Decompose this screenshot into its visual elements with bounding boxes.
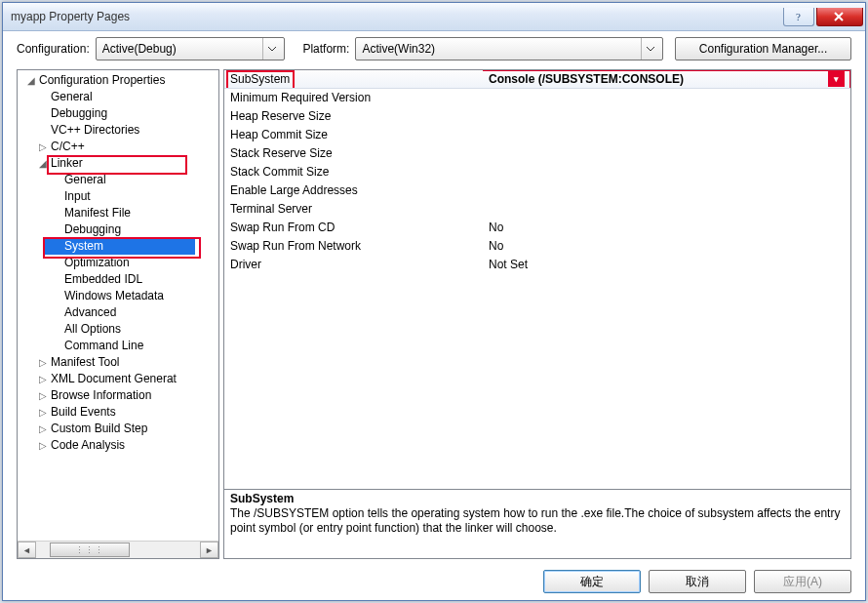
prop-row[interactable]: Minimum Required Version	[224, 89, 850, 107]
scroll-left-button[interactable]: ◄	[18, 542, 36, 558]
tree-item-vcpp-dirs[interactable]: VC++ Directories	[18, 122, 218, 139]
prop-row[interactable]: Swap Run From CDNo	[224, 219, 850, 237]
tree-item-code-analysis[interactable]: ▷Code Analysis	[18, 437, 218, 454]
scroll-right-button[interactable]: ►	[200, 542, 218, 558]
tree-item-custom-build[interactable]: ▷Custom Build Step	[18, 421, 218, 437]
prop-name: Driver	[224, 256, 483, 274]
prop-value[interactable]	[483, 144, 850, 163]
window-title: myapp Property Pages	[11, 10, 783, 23]
svg-text:?: ?	[796, 12, 801, 21]
expand-icon[interactable]: ▷	[37, 371, 49, 387]
expand-icon[interactable]: ▷	[37, 437, 49, 454]
prop-value[interactable]: No	[483, 237, 850, 256]
prop-name: Stack Reserve Size	[224, 144, 483, 163]
prop-row[interactable]: Stack Commit Size	[224, 163, 850, 181]
prop-name: Terminal Server	[224, 200, 483, 219]
expand-icon[interactable]: ▷	[37, 354, 49, 371]
apply-button[interactable]: 应用(A)	[754, 570, 851, 593]
configuration-manager-label: Configuration Manager...	[699, 42, 827, 56]
tree-item-xml-doc[interactable]: ▷XML Document Generat	[18, 371, 218, 387]
config-tree[interactable]: ◢ Configuration Properties General Debug…	[18, 70, 218, 456]
config-tree-pane: ◢ Configuration Properties General Debug…	[17, 69, 219, 559]
prop-value[interactable]: Not Set	[483, 256, 850, 274]
prop-row[interactable]: Enable Large Addresses	[224, 181, 850, 200]
expand-icon[interactable]: ▷	[37, 404, 49, 421]
platform-label: Platform:	[302, 42, 349, 56]
collapse-icon[interactable]: ◢	[37, 155, 49, 172]
prop-name: Heap Commit Size	[224, 126, 483, 144]
property-pages-window: myapp Property Pages ? Configuration: Ac…	[2, 2, 866, 601]
cancel-button[interactable]: 取消	[649, 570, 746, 593]
prop-row[interactable]: Terminal Server	[224, 200, 850, 219]
tree-item-ccpp[interactable]: ▷ C/C++	[18, 139, 218, 155]
description-box: SubSystem The /SUBSYSTEM option tells th…	[223, 490, 851, 559]
prop-value[interactable]	[483, 181, 850, 200]
collapse-icon[interactable]: ◢	[25, 72, 37, 89]
prop-value[interactable]	[483, 163, 850, 181]
prop-row[interactable]: Stack Reserve Size	[224, 144, 850, 163]
help-button[interactable]: ?	[783, 8, 814, 26]
close-button[interactable]	[816, 8, 863, 26]
prop-name: Enable Large Addresses	[224, 181, 483, 200]
prop-value[interactable]	[483, 126, 850, 144]
tree-item-linker-advanced[interactable]: Advanced	[18, 304, 218, 321]
expand-icon[interactable]: ▷	[37, 139, 49, 155]
prop-value[interactable]	[483, 89, 850, 107]
ok-button[interactable]: 确定	[543, 570, 641, 593]
prop-name-subsystem[interactable]: SubSystem	[230, 72, 290, 86]
prop-row[interactable]: Heap Commit Size	[224, 126, 850, 144]
tree-hscrollbar[interactable]: ◄ ⋮⋮⋮ ►	[18, 541, 218, 558]
prop-name: Swap Run From CD	[224, 219, 483, 237]
tree-item-linker-optimization[interactable]: Optimization	[18, 255, 218, 271]
tree-root[interactable]: ◢ Configuration Properties	[18, 72, 218, 89]
tree-item-linker-input[interactable]: Input	[18, 188, 218, 205]
expand-icon[interactable]: ▷	[37, 387, 49, 404]
tree-item-linker-system[interactable]: System	[18, 238, 218, 255]
dialog-buttons: 确定 取消 应用(A)	[3, 563, 865, 600]
tree-item-linker-manifest[interactable]: Manifest File	[18, 205, 218, 221]
chevron-down-icon	[262, 38, 280, 60]
scroll-track[interactable]: ⋮⋮⋮	[36, 543, 200, 557]
prop-value-subsystem[interactable]: Console (/SUBSYSTEM:CONSOLE)	[489, 70, 828, 88]
tree-item-linker-embedded-idl[interactable]: Embedded IDL	[18, 271, 218, 288]
tree-item-linker-debugging[interactable]: Debugging	[18, 221, 218, 238]
prop-row[interactable]: DriverNot Set	[224, 256, 850, 274]
dropdown-button[interactable]: ▾	[828, 71, 845, 87]
tree-item-manifest-tool[interactable]: ▷Manifest Tool	[18, 354, 218, 371]
main-area: ◢ Configuration Properties General Debug…	[17, 69, 851, 559]
tree-root-label: Configuration Properties	[37, 72, 167, 89]
prop-name: Heap Reserve Size	[224, 107, 483, 126]
prop-value[interactable]	[483, 107, 850, 126]
scroll-thumb[interactable]: ⋮⋮⋮	[50, 543, 130, 557]
configuration-value: Active(Debug)	[102, 42, 177, 56]
tree-item-browse-info[interactable]: ▷Browse Information	[18, 387, 218, 404]
property-pane: SubSystem Console (/SUBSYSTEM:CONSOLE) ▾…	[223, 69, 851, 559]
prop-row[interactable]: Heap Reserve Size	[224, 107, 850, 126]
tree-item-linker[interactable]: ◢ Linker	[18, 155, 218, 172]
prop-value[interactable]	[483, 200, 850, 219]
configuration-label: Configuration:	[17, 42, 90, 56]
config-row: Configuration: Active(Debug) Platform: A…	[3, 31, 865, 66]
tree-item-linker-all-options[interactable]: All Options	[18, 321, 218, 338]
configuration-manager-button[interactable]: Configuration Manager...	[675, 37, 851, 60]
titlebar[interactable]: myapp Property Pages ?	[3, 3, 865, 31]
prop-row[interactable]: Swap Run From NetworkNo	[224, 237, 850, 256]
description-body: The /SUBSYSTEM option tells the operatin…	[230, 506, 845, 536]
platform-value: Active(Win32)	[362, 42, 435, 56]
tree-item-linker-general[interactable]: General	[18, 172, 218, 188]
expand-icon[interactable]: ▷	[37, 421, 49, 437]
tree-item-general[interactable]: General	[18, 89, 218, 105]
prop-name: Stack Commit Size	[224, 163, 483, 181]
tree-item-build-events[interactable]: ▷Build Events	[18, 404, 218, 421]
configuration-combo[interactable]: Active(Debug)	[96, 37, 286, 60]
description-heading: SubSystem	[230, 492, 845, 506]
chevron-down-icon	[641, 38, 658, 60]
tree-item-linker-win-meta[interactable]: Windows Metadata	[18, 288, 218, 304]
tree-item-debugging[interactable]: Debugging	[18, 105, 218, 122]
prop-name: Minimum Required Version	[224, 89, 483, 107]
platform-combo[interactable]: Active(Win32)	[355, 37, 663, 60]
tree-item-linker-command-line[interactable]: Command Line	[18, 338, 218, 354]
property-grid[interactable]: SubSystem Console (/SUBSYSTEM:CONSOLE) ▾…	[223, 69, 851, 490]
prop-value[interactable]: No	[483, 219, 850, 237]
prop-name: Swap Run From Network	[224, 237, 483, 256]
